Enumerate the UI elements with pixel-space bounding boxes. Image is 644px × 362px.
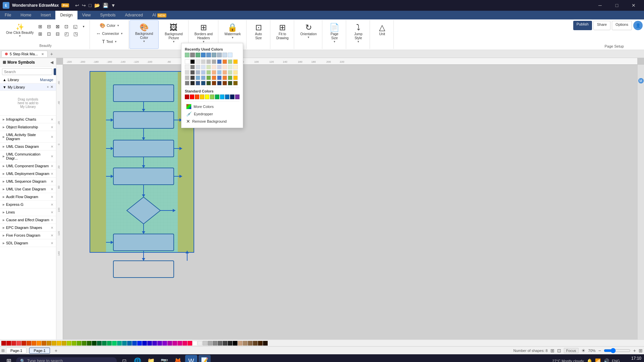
remove-express-g-icon[interactable]: ✕ [51,203,53,206]
start-button[interactable]: ⊞ [3,355,15,362]
taskbar-app-edge[interactable]: 🦊 [172,355,184,362]
doc-tab-active[interactable]: 5 Step Risk Ma... ✕ [1,51,48,57]
task-view-button[interactable]: ⊡ [118,355,130,362]
remove-uml-activity-icon[interactable]: ✕ [51,135,53,139]
watermark-button[interactable]: 🔒 Watermark ▼ [222,21,244,41]
palette-color-13[interactable] [67,341,71,346]
volume-icon[interactable]: 🔊 [603,358,609,362]
search-button[interactable]: Search [54,68,56,75]
manage-label[interactable]: Manage [40,78,53,82]
std-color-3[interactable] [195,95,199,99]
taskbar-app-explorer[interactable]: 🌐 [131,355,144,362]
tc-4-7[interactable] [222,81,227,85]
remove-lines-icon[interactable]: ✕ [51,210,53,214]
add-icon[interactable]: + [47,85,49,89]
palette-color-38[interactable] [193,341,197,346]
beautify-btn-4[interactable]: ⊡ [62,23,70,30]
more-colors-action[interactable]: More Colors [185,103,239,110]
tc-1-8[interactable] [228,65,232,69]
sidebar-item-object-relationship[interactable]: ▶ Object Relationship ✕ [0,123,56,131]
palette-color-45[interactable] [228,341,232,346]
remove-uml-component-icon[interactable]: ✕ [51,164,53,168]
sidebar-item-uml-comm[interactable]: ▶ UML Communication Diagr... ✕ [0,150,56,162]
palette-color-25[interactable] [127,341,132,346]
background-color-button[interactable]: 🎨 BackgroundColor ▼ [132,22,156,44]
fit-icon-2[interactable]: ⊡ [557,348,561,353]
palette-color-23[interactable] [117,341,122,346]
remove-cause-effect-icon[interactable]: ✕ [51,218,53,222]
std-color-4[interactable] [200,95,204,99]
options-button[interactable]: Options [612,21,632,30]
palette-color-46[interactable] [233,341,237,346]
tc-4-5[interactable] [212,81,216,85]
tc-0-7[interactable] [222,59,227,64]
palette-color-1[interactable] [6,341,11,346]
recent-color-9[interactable] [228,53,232,57]
sidebar-item-infographic[interactable]: ▶ Infographic Charts ✕ [0,116,56,123]
page-nav-icon[interactable]: ⊞ [1,348,5,353]
tc-2-4[interactable] [206,70,211,75]
palette-color-16[interactable] [82,341,87,346]
tc-2-2[interactable] [196,70,200,75]
palette-color-27[interactable] [137,341,142,346]
connector-button[interactable]: ↔ Connector ▼ [93,29,126,38]
beautify-btn-7[interactable]: ⊡ [45,31,53,37]
taskbar-search[interactable]: 🔍 Type here to search [16,357,117,362]
tc-2-5[interactable] [212,70,216,75]
sidebar-item-uml-usecase[interactable]: ▶ UML Use Case Diagram ✕ [0,185,56,193]
tc-3-2[interactable] [196,75,200,80]
text-button[interactable]: T Text ▼ [99,38,120,46]
save-icon[interactable]: 💾 [103,3,108,8]
std-color-2[interactable] [190,95,194,99]
tc-0-9[interactable] [233,59,238,64]
tc-2-3[interactable] [201,70,206,75]
new-icon[interactable]: □ [89,3,91,8]
tc-4-0[interactable] [185,81,190,85]
page-tab-1[interactable]: Page-1 [6,348,26,354]
tc-1-6[interactable] [217,65,222,69]
tc-3-1[interactable] [190,75,195,80]
palette-color-18[interactable] [92,341,97,346]
sidebar-item-uml-deployment[interactable]: ▶ UML Deployment Diagram ✕ [0,170,56,178]
page-size-button[interactable]: 📄 PageSize ▼ [326,21,343,45]
beautify-btn-9[interactable]: ◰ [62,31,71,37]
palette-color-34[interactable] [172,341,177,346]
palette-color-17[interactable] [87,341,92,346]
remove-uml-usecase-icon[interactable]: ✕ [51,187,53,191]
palette-color-52[interactable] [263,341,268,346]
remove-uml-deployment-icon[interactable]: ✕ [51,172,53,176]
tc-2-6[interactable] [217,70,222,75]
tc-1-2[interactable] [196,65,200,69]
tc-0-8[interactable] [228,59,232,64]
palette-color-44[interactable] [223,341,227,346]
sidebar-item-epc[interactable]: ▶ EPC Diagram Shapes ✕ [0,224,56,232]
taskbar-app-edrawmax[interactable]: 📝 [199,355,211,362]
unit-button[interactable]: △ Unit [373,21,391,37]
palette-color-28[interactable] [142,341,147,346]
taskbar-app-photos[interactable]: 📷 [158,355,170,362]
tc-3-8[interactable] [228,75,232,80]
tc-4-4[interactable] [206,81,211,85]
user-avatar[interactable]: 👤 [633,21,643,30]
recent-color-4[interactable] [201,53,206,57]
sun-icon[interactable]: ☀ [581,348,586,353]
open-icon[interactable]: 📂 [94,3,100,8]
tc-1-5[interactable] [212,65,216,69]
palette-color-43[interactable] [218,341,222,346]
palette-color-36[interactable] [182,341,187,346]
tc-4-9[interactable] [233,81,238,85]
palette-color-3[interactable] [16,341,21,346]
palette-color-30[interactable] [152,341,157,346]
tc-3-7[interactable] [222,75,227,80]
tc-0-2[interactable] [196,59,200,64]
palette-color-41[interactable] [208,341,212,346]
remove-five-forces-icon[interactable]: ✕ [51,234,53,237]
tab-file[interactable]: File [0,11,16,19]
window-controls[interactable]: ─ □ ✕ [592,0,641,11]
beautify-btn-6[interactable]: ⊞ [36,31,44,37]
palette-color-31[interactable] [157,341,162,346]
beautify-btn-2[interactable]: ⊟ [45,23,53,30]
maximize-button[interactable]: □ [609,0,625,11]
tc-3-9[interactable] [233,75,238,80]
palette-color-48[interactable] [243,341,248,346]
